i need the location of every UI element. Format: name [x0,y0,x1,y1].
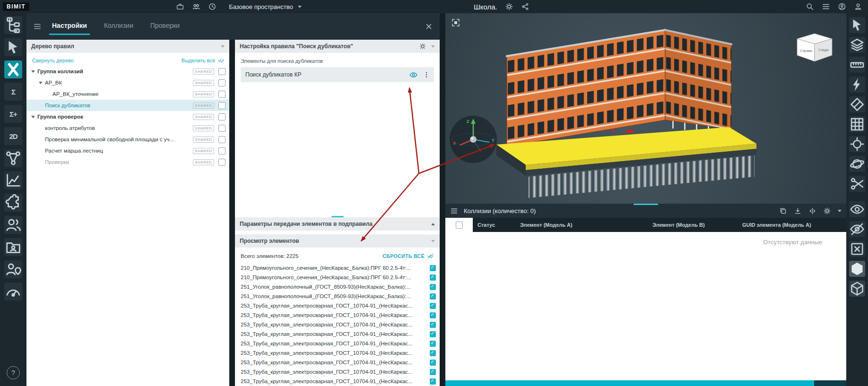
workspace-icon[interactable] [176,2,184,11]
search-icon[interactable] [806,2,814,11]
fit-view-icon[interactable] [451,18,460,27]
element-checkbox-checked[interactable] [430,303,436,309]
element-row[interactable]: 253_Труба_круглая_электросварная_ГОСТ_10… [241,367,436,377]
tree-row-checkbox[interactable] [218,91,226,98]
element-checkbox-checked[interactable] [430,274,436,281]
horizontal-scrollbar[interactable] [445,380,846,386]
tree-row[interactable]: АР_ВК SHARED [26,77,229,88]
sum-icon[interactable]: Σ [4,83,22,101]
column-header-status[interactable]: Статус [473,218,515,232]
expand-icon[interactable] [30,114,36,120]
isolate-icon[interactable] [849,241,865,257]
hide-eye-off-icon[interactable] [849,221,865,237]
tree-row[interactable]: Группа проверок SHARED [26,111,229,122]
column-header-element-a[interactable]: Элемент (Модель A) [515,218,648,232]
expand-icon[interactable] [38,80,43,86]
workspace-selector[interactable]: Базовое пространство [229,3,302,10]
panel-menu-icon[interactable] [33,22,42,31]
tab-collisions[interactable]: Коллизии [101,18,136,35]
history-icon[interactable] [208,2,217,11]
tree-row[interactable]: АР_ВК_уточнение SHARED [26,88,229,100]
focus-icon[interactable] [849,136,865,152]
account-circle-icon[interactable] [838,2,846,11]
transfer-params-header[interactable]: Параметры передачи элементов в подправил… [235,217,440,231]
show-eye-icon[interactable] [849,201,865,217]
element-checkbox-checked[interactable] [430,293,436,300]
shared-folder-icon[interactable] [4,238,22,256]
fit-columns-icon[interactable] [808,207,816,215]
orbit-icon[interactable] [849,156,865,172]
help-button[interactable]: ? [7,366,20,379]
column-header-guid[interactable]: GUID элемента (Модель A) [738,218,846,232]
tree-row[interactable]: контроль атрибутов SHARED [26,122,229,134]
navigation-cube[interactable]: Справа Сзади [793,31,836,64]
settings-gear-icon[interactable] [505,2,513,11]
element-row[interactable]: 251_Уголок_равнополочный_(ГОСТ_8509-93)(… [241,282,436,292]
team-icon[interactable] [192,2,200,11]
tree-row-checkbox[interactable] [218,102,226,109]
tree-row-checkbox[interactable] [218,159,226,166]
element-checkbox-checked[interactable] [430,341,436,347]
element-checkbox-checked[interactable] [430,378,436,385]
scrollbar-thumb[interactable] [445,380,814,386]
cube-face-right-label[interactable]: Справа [800,49,813,53]
chevron-down-icon[interactable] [431,45,435,48]
measure-icon[interactable] [849,57,865,73]
select-all-checkbox[interactable] [456,222,463,229]
tree-row-checkbox[interactable] [218,147,226,154]
users-icon[interactable] [4,216,22,234]
element-checkbox-checked[interactable] [430,360,436,366]
user-icon[interactable] [854,2,862,11]
tree-row-checkbox[interactable] [218,113,226,120]
element-checkbox-checked[interactable] [430,265,436,271]
element-checkbox-checked[interactable] [430,331,436,337]
cursor-icon[interactable] [849,17,865,33]
tree-row[interactable]: Расчет марша лестниц SHARED [26,145,229,156]
grid-icon[interactable] [849,116,865,132]
element-checkbox-checked[interactable] [430,350,436,356]
settings-gear-icon[interactable] [419,43,426,50]
tree-row[interactable]: Группа коллизий SHARED [26,66,229,77]
collapse-chevron-icon[interactable] [838,210,842,212]
element-row[interactable]: 253_Труба_круглая_электросварная_ГОСТ_10… [241,301,436,310]
tree-row[interactable]: Проверки SHARED [26,156,229,168]
element-checkbox-checked[interactable] [430,284,436,290]
rules-tree-header[interactable]: Дерево правил [26,40,229,53]
orientation-gizmo[interactable]: Z X Y [449,115,498,164]
element-row[interactable]: 253_Труба_круглая_электросварная_ГОСТ_10… [241,358,436,367]
chevron-down-icon[interactable] [221,45,225,48]
element-row[interactable]: 253_Труба_круглая_электросварная_ГОСТ_10… [241,329,436,339]
tab-settings[interactable]: Настройки [49,18,90,35]
select-all-link[interactable]: Выделить всё [182,57,225,64]
tree-row-selected[interactable]: Поиск дубликатов SHARED [26,100,229,111]
kebab-menu-icon[interactable] [423,71,430,78]
tree-row[interactable]: Проверка минимальной свободной площади с… [26,134,229,145]
element-checkbox-checked[interactable] [430,312,436,318]
rule-settings-header[interactable]: Настройка правила "Поиск дубликатов" [235,40,440,53]
collapse-tree-link[interactable]: Свернуть дерево [32,58,74,63]
select-cursor-icon[interactable] [4,38,22,56]
graph-icon[interactable] [4,149,22,167]
wireframe-view-icon[interactable] [849,281,865,297]
element-row[interactable]: 253_Труба_круглая_электросварная_ГОСТ_10… [241,377,436,386]
column-header-element-b[interactable]: Элемент (Модель B) [648,218,738,232]
layers-icon[interactable] [849,37,865,53]
clash-detection-icon[interactable] [4,60,22,78]
element-row[interactable]: 253_Труба_круглая_электросварная_ГОСТ_10… [241,310,436,320]
element-checkbox-checked[interactable] [430,369,436,375]
chevron-up-icon[interactable] [431,223,435,225]
tree-row-checkbox[interactable] [218,125,226,132]
elements-preview-header[interactable]: Просмотр элементов [235,234,440,248]
dashboard-icon[interactable] [4,283,22,300]
view-2d-icon[interactable]: 2D [4,127,22,145]
rules-tree-icon[interactable] [4,16,22,34]
clip-icon[interactable] [849,176,865,192]
collisions-menu-icon[interactable] [450,207,458,215]
plugins-icon[interactable] [4,194,22,212]
list-icon[interactable] [822,2,830,11]
section-plane-icon[interactable] [849,96,865,112]
reset-all-link[interactable]: СБРОСИТЬ ВСЁ [382,252,434,259]
tree-row-checkbox[interactable] [218,79,226,86]
expand-icon[interactable] [30,69,36,74]
element-row[interactable]: 251_Уголок_равнополочный_(ГОСТ_8509-93)(… [241,292,436,301]
